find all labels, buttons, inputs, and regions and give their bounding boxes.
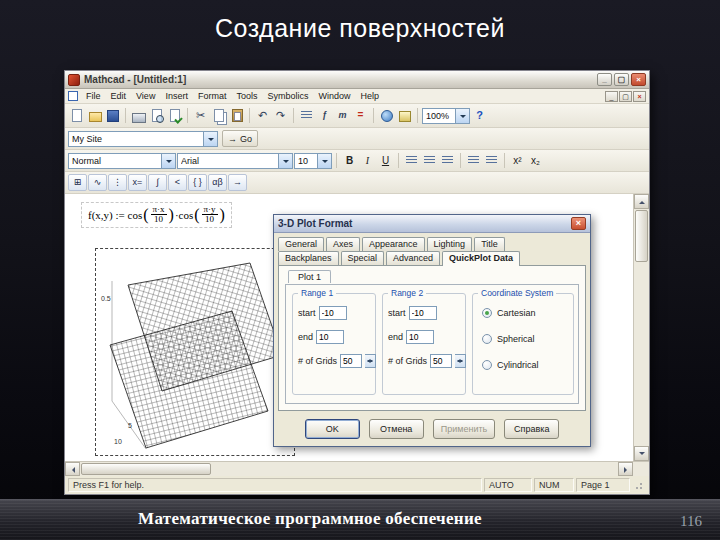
align-center-icon[interactable] [421, 152, 438, 169]
scroll-right-icon[interactable] [618, 462, 633, 476]
range-1-start-input[interactable] [319, 306, 347, 320]
tab-general[interactable]: General [278, 237, 324, 251]
open-file-icon[interactable] [86, 107, 103, 124]
spinner-icon[interactable] [365, 354, 376, 368]
numbered-list-icon[interactable] [483, 152, 500, 169]
programming-palette-icon[interactable]: { } [188, 174, 207, 191]
menu-tools[interactable]: Tools [231, 91, 262, 101]
tab-axes[interactable]: Axes [326, 237, 360, 251]
horizontal-scrollbar[interactable] [65, 462, 633, 476]
help-icon[interactable]: ? [471, 107, 488, 124]
spell-check-icon[interactable] [166, 107, 183, 124]
print-icon[interactable] [130, 107, 147, 124]
help-button[interactable]: Справка [504, 419, 559, 439]
mdi-restore-button[interactable]: ▢ [619, 91, 632, 102]
menu-window[interactable]: Window [313, 91, 355, 101]
resize-grip[interactable] [634, 479, 646, 491]
save-icon[interactable] [104, 107, 121, 124]
tab-lighting[interactable]: Lighting [427, 237, 473, 251]
range-2-end-input[interactable] [406, 330, 434, 344]
vertical-scroll-thumb[interactable] [635, 210, 648, 262]
italic-button[interactable]: I [359, 153, 376, 169]
close-button[interactable]: × [631, 73, 646, 86]
tab-special[interactable]: Special [341, 251, 385, 265]
formula-region[interactable]: f(x,y) := cos ( π·x 10 ) ·cos ( π·y 10 ) [81, 202, 232, 228]
insert-hyperlink-icon[interactable] [378, 107, 395, 124]
bold-button[interactable]: B [341, 153, 358, 169]
underline-button[interactable]: U [377, 153, 394, 169]
greek-palette-icon[interactable]: αβ [208, 174, 227, 191]
maximize-button[interactable]: ▢ [614, 73, 629, 86]
menu-view[interactable]: View [131, 91, 160, 101]
radio-spherical[interactable] [482, 334, 492, 344]
chevron-down-icon[interactable] [317, 154, 331, 168]
font-select[interactable]: Arial [177, 153, 293, 169]
calculate-icon[interactable]: = [352, 107, 369, 124]
tab-advanced[interactable]: Advanced [386, 251, 440, 265]
cut-icon[interactable]: ✂ [192, 107, 209, 124]
boolean-palette-icon[interactable]: < [168, 174, 187, 191]
dialog-close-button[interactable]: × [571, 217, 586, 230]
menu-symbolics[interactable]: Symbolics [262, 91, 313, 101]
insert-function-icon[interactable]: ƒ [316, 107, 333, 124]
subscript-button[interactable]: x₂ [527, 153, 544, 169]
chevron-down-icon[interactable] [161, 154, 175, 168]
chevron-down-icon[interactable] [455, 109, 469, 123]
tab-plot-1[interactable]: Plot 1 [288, 270, 331, 283]
window-titlebar[interactable]: Mathcad - [Untitled:1] _ ▢ × [65, 71, 649, 89]
vertical-scrollbar[interactable] [633, 194, 649, 461]
menu-help[interactable]: Help [355, 91, 384, 101]
resource-select[interactable]: My Site [68, 131, 218, 147]
spinner-icon[interactable] [455, 354, 466, 368]
align-right-icon[interactable] [439, 152, 456, 169]
superscript-button[interactable]: x² [509, 153, 526, 169]
tab-appearance[interactable]: Appearance [362, 237, 425, 251]
menu-edit[interactable]: Edit [106, 91, 132, 101]
menu-format[interactable]: Format [193, 91, 232, 101]
radio-cylindrical[interactable] [482, 360, 492, 370]
font-size-select[interactable]: 10 [294, 153, 332, 169]
paste-icon[interactable] [228, 107, 245, 124]
cancel-button[interactable]: Отмена [369, 419, 424, 439]
range-2-start-input[interactable] [409, 306, 437, 320]
scroll-up-icon[interactable] [634, 194, 649, 209]
matrix-palette-icon[interactable]: ⋮ [108, 174, 127, 191]
radio-cartesian[interactable] [482, 308, 492, 318]
insert-component-icon[interactable] [396, 107, 413, 124]
go-button[interactable]: → Go [222, 130, 258, 147]
insert-unit-icon[interactable]: m [334, 107, 351, 124]
tab-quickplot-data[interactable]: QuickPlot Data [442, 251, 520, 266]
menu-insert[interactable]: Insert [160, 91, 193, 101]
undo-icon[interactable]: ↶ [254, 107, 271, 124]
tab-backplanes[interactable]: Backplanes [278, 251, 339, 265]
range-1-end-input[interactable] [316, 330, 344, 344]
horizontal-scroll-thumb[interactable] [81, 463, 211, 475]
symbolic-palette-icon[interactable]: → [228, 174, 247, 191]
copy-icon[interactable] [210, 107, 227, 124]
graph-palette-icon[interactable]: ∿ [88, 174, 107, 191]
bullet-list-icon[interactable] [465, 152, 482, 169]
chevron-down-icon[interactable] [278, 154, 292, 168]
redo-icon[interactable]: ↷ [272, 107, 289, 124]
scroll-left-icon[interactable] [65, 462, 80, 476]
new-file-icon[interactable] [68, 107, 85, 124]
ok-button[interactable]: OK [305, 419, 360, 439]
zoom-select[interactable]: 100% [422, 108, 470, 124]
plot-region[interactable]: 0.5 10 5 10 [95, 248, 295, 456]
align-regions-icon[interactable] [298, 107, 315, 124]
tab-title[interactable]: Title [474, 237, 505, 251]
mdi-minimize-button[interactable]: _ [605, 91, 618, 102]
menu-file[interactable]: File [81, 91, 106, 101]
worksheet[interactable]: f(x,y) := cos ( π·x 10 ) ·cos ( π·y 10 ) [65, 194, 633, 461]
mdi-close-button[interactable]: × [633, 91, 646, 102]
evaluation-palette-icon[interactable]: x= [128, 174, 147, 191]
scroll-down-icon[interactable] [634, 446, 649, 461]
range-2-grids-input[interactable] [430, 354, 452, 368]
align-left-icon[interactable] [403, 152, 420, 169]
chevron-down-icon[interactable] [203, 132, 217, 146]
dialog-titlebar[interactable]: 3-D Plot Format × [274, 215, 590, 233]
minimize-button[interactable]: _ [597, 73, 612, 86]
style-select[interactable]: Normal [68, 153, 176, 169]
calculator-palette-icon[interactable]: ⊞ [68, 174, 87, 191]
range-1-grids-input[interactable] [340, 354, 362, 368]
